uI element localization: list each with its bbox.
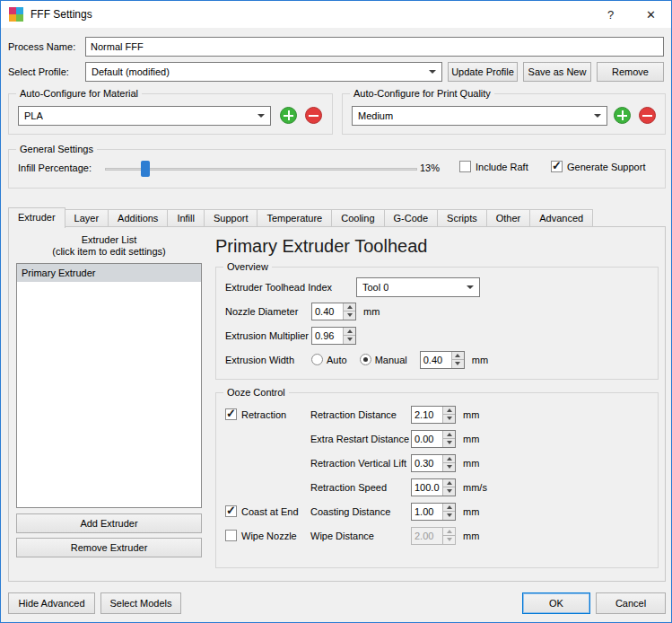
arrow-down-icon [347, 313, 353, 317]
infill-percentage-label: Infill Percentage: [18, 162, 92, 173]
spin-up-button[interactable] [443, 407, 455, 415]
spin-down-button[interactable] [443, 511, 455, 520]
list-item-primary-extruder[interactable]: Primary Extruder [17, 264, 201, 282]
spinner-buttons [442, 479, 455, 496]
generate-support-checkbox[interactable]: Generate Support [551, 161, 645, 172]
extra-restart-distance-spinbox[interactable]: 0.00 [411, 430, 456, 448]
wipe-nozzle-checkbox[interactable]: Wipe Nozzle [225, 530, 297, 541]
tab-additions[interactable]: Additions [108, 209, 168, 226]
coast-at-end-checkbox-box [225, 505, 237, 517]
tab-scripts[interactable]: Scripts [437, 209, 487, 226]
retraction-vertical-lift-value[interactable]: 0.30 [412, 455, 442, 471]
arrow-up-icon [447, 457, 452, 461]
retraction-speed-spinbox[interactable]: 100.0 [411, 478, 456, 496]
spin-down-button[interactable] [443, 487, 455, 496]
spin-down-button[interactable] [344, 311, 355, 320]
tab-extruder[interactable]: Extruder [8, 207, 65, 228]
extrusion-multiplier-row: Extrusion Multiplier 0.96 [216, 323, 658, 347]
add-material-button[interactable] [280, 107, 297, 124]
select-models-button[interactable]: Select Models [100, 592, 181, 614]
radio-dot-icon [360, 354, 371, 365]
toolhead-heading: Primary Extruder Toolhead [215, 236, 427, 257]
nozzle-diameter-label: Nozzle Diameter [225, 306, 311, 317]
help-button[interactable]: ? [590, 1, 631, 28]
infill-percentage-value: 13% [420, 162, 440, 173]
extrusion-width-value[interactable]: 0.40 [421, 352, 451, 368]
remove-extruder-button[interactable]: Remove Extruder [16, 538, 202, 557]
remove-profile-button[interactable]: Remove [597, 62, 664, 82]
close-button[interactable]: ✕ [631, 1, 671, 28]
wipe-distance-value: 2.00 [412, 528, 442, 544]
retraction-speed-row: Retraction Speed 100.0 mm/s [216, 475, 658, 499]
tab-infill[interactable]: Infill [167, 209, 205, 226]
retraction-distance-value[interactable]: 2.10 [412, 407, 442, 423]
extrusion-width-auto-radio[interactable]: Auto [311, 354, 347, 365]
tab-other[interactable]: Other [486, 209, 531, 226]
nozzle-diameter-value[interactable]: 0.40 [312, 303, 343, 320]
profile-select[interactable]: Default (modified) [85, 62, 442, 82]
nozzle-diameter-spinbox[interactable]: 0.40 [311, 303, 356, 320]
extra-restart-distance-value[interactable]: 0.00 [412, 431, 442, 447]
tab-temperature[interactable]: Temperature [257, 209, 332, 226]
save-as-new-button[interactable]: Save as New [523, 62, 591, 82]
remove-material-button[interactable] [305, 107, 322, 124]
extrusion-multiplier-spinbox[interactable]: 0.96 [311, 327, 356, 345]
tab-cooling[interactable]: Cooling [331, 209, 384, 226]
update-profile-button[interactable]: Update Profile [448, 62, 518, 82]
hide-advanced-button[interactable]: Hide Advanced [8, 592, 95, 614]
retraction-vertical-lift-spinbox[interactable]: 0.30 [411, 454, 456, 472]
tab-layer[interactable]: Layer [65, 209, 109, 226]
spin-up-button[interactable] [443, 479, 455, 487]
spin-up-button[interactable] [443, 504, 455, 512]
spinner-buttons [343, 328, 355, 344]
process-name-input[interactable] [85, 37, 664, 57]
material-select[interactable]: PLA [18, 106, 271, 126]
infill-slider-thumb[interactable] [141, 161, 150, 177]
extrusion-width-spinbox[interactable]: 0.40 [420, 351, 465, 369]
extrusion-width-manual-radio[interactable]: Manual [360, 354, 407, 365]
include-raft-checkbox[interactable]: Include Raft [459, 161, 528, 172]
arrow-up-icon [447, 505, 452, 509]
extruder-listbox[interactable]: Primary Extruder [16, 263, 202, 508]
extruder-list-title: Extruder List [16, 234, 202, 245]
spin-down-button[interactable] [443, 438, 455, 447]
coasting-distance-value[interactable]: 1.00 [412, 504, 442, 520]
add-extruder-button[interactable]: Add Extruder [16, 513, 202, 533]
extrusion-width-auto-label: Auto [327, 355, 347, 365]
remove-quality-button[interactable] [639, 107, 656, 124]
coast-checkbox-cell: Coast at End [225, 505, 310, 517]
spin-down-button[interactable] [344, 335, 355, 344]
spin-up-button[interactable] [443, 455, 455, 463]
spin-up-button[interactable] [344, 328, 355, 336]
add-quality-button[interactable] [614, 107, 631, 124]
window-title: FFF Settings [31, 8, 92, 21]
extrusion-multiplier-value[interactable]: 0.96 [312, 328, 343, 344]
coasting-distance-spinbox[interactable]: 1.00 [411, 503, 456, 521]
infill-slider-track[interactable] [105, 168, 417, 171]
include-raft-checkbox-box [459, 161, 471, 172]
tab-advanced[interactable]: Advanced [529, 209, 593, 226]
retraction-speed-label: Retraction Speed [310, 482, 411, 493]
infill-slider[interactable] [105, 160, 417, 178]
quality-select[interactable]: Medium [352, 106, 607, 126]
spin-down-button[interactable] [452, 359, 464, 368]
coast-at-end-checkbox[interactable]: Coast at End [225, 505, 299, 517]
spin-up-button[interactable] [443, 431, 455, 439]
spin-down-button [443, 535, 455, 544]
retraction-checkbox[interactable]: Retraction [225, 408, 286, 420]
toolhead-index-select[interactable]: Tool 0 [356, 277, 480, 297]
ok-button[interactable]: OK [522, 592, 590, 614]
retraction-speed-value[interactable]: 100.0 [412, 479, 442, 496]
spin-down-button[interactable] [443, 462, 455, 471]
toolhead-index-row: Extruder Toolhead Index Tool 0 [216, 275, 658, 299]
retraction-distance-spinbox[interactable]: 2.10 [411, 406, 456, 424]
spin-down-button[interactable] [443, 414, 455, 423]
retraction-distance-unit: mm [463, 409, 479, 420]
spin-up-button[interactable] [452, 352, 464, 360]
spin-up-button[interactable] [344, 303, 355, 312]
general-settings-title: General Settings [16, 143, 97, 155]
tab-gcode[interactable]: G-Code [384, 209, 439, 226]
tab-support[interactable]: Support [204, 209, 258, 226]
chevron-down-icon [429, 70, 436, 74]
cancel-button[interactable]: Cancel [596, 592, 666, 614]
